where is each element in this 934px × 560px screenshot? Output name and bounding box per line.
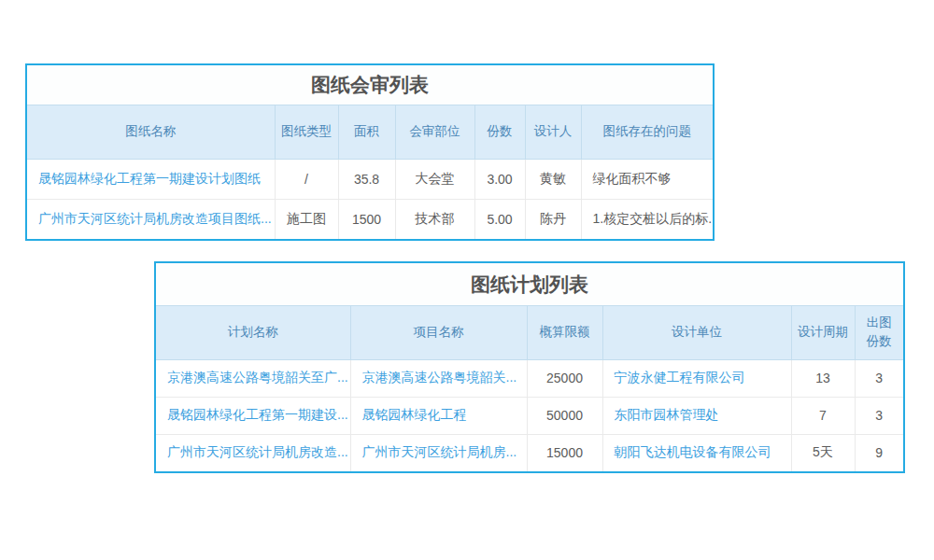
cycle-cell: 5天	[791, 434, 855, 471]
copies-cell: 5.00	[474, 199, 525, 239]
col-copies: 份数	[474, 105, 525, 159]
print-copies-cell: 3	[855, 397, 903, 434]
drawing-type-cell: /	[275, 159, 338, 199]
drawing-plan-table: 计划名称 项目名称 概算限额 设计单位 设计周期 出图份数 京港澳高速公路粤境韶…	[156, 306, 903, 471]
plan-name-cell: 晟铭园林绿化工程第一期建设...	[156, 397, 350, 434]
drawing-plan-panel: 图纸计划列表 计划名称 项目名称 概算限额 设计单位 设计周期 出图份数 京港澳…	[154, 261, 905, 473]
drawing-plan-title: 图纸计划列表	[156, 263, 903, 306]
plan-name-cell: 京港澳高速公路粤境韶关至广...	[156, 359, 350, 397]
drawing-name-link[interactable]: 晟铭园林绿化工程第一期建设计划图纸	[38, 171, 261, 186]
review-header-row: 图纸名称 图纸类型 面积 会审部位 份数 设计人 图纸存在的问题	[27, 105, 713, 159]
col-design-unit: 设计单位	[602, 306, 791, 359]
area-cell: 1500	[338, 199, 395, 239]
budget-cell: 50000	[527, 397, 602, 434]
project-name-link[interactable]: 京港澳高速公路粤境韶关...	[362, 370, 517, 385]
area-cell: 35.8	[338, 159, 395, 199]
project-name-link[interactable]: 广州市天河区统计局机房...	[362, 444, 517, 459]
col-design-cycle: 设计周期	[791, 306, 855, 359]
col-drawing-issues: 图纸存在的问题	[581, 105, 713, 159]
review-location-cell: 大会堂	[395, 159, 474, 199]
col-budget-limit: 概算限额	[527, 306, 602, 359]
design-unit-link[interactable]: 宁波永健工程有限公司	[615, 370, 745, 385]
cycle-cell: 7	[791, 397, 855, 434]
col-drawing-type: 图纸类型	[275, 105, 338, 159]
drawing-type-cell: 施工图	[275, 199, 338, 239]
designer-cell: 黄敏	[525, 159, 581, 199]
table-row: 京港澳高速公路粤境韶关至广... 京港澳高速公路粤境韶关... 25000 宁波…	[156, 359, 903, 397]
drawing-name-cell: 晟铭园林绿化工程第一期建设计划图纸	[27, 159, 275, 199]
print-copies-cell: 9	[855, 434, 903, 471]
col-drawing-name: 图纸名称	[27, 105, 275, 159]
budget-cell: 15000	[527, 434, 602, 471]
col-project-name: 项目名称	[350, 306, 527, 359]
plan-header-row: 计划名称 项目名称 概算限额 设计单位 设计周期 出图份数	[156, 306, 903, 359]
plan-name-link[interactable]: 晟铭园林绿化工程第一期建设...	[167, 407, 348, 422]
table-row: 晟铭园林绿化工程第一期建设计划图纸 / 35.8 大会堂 3.00 黄敏 绿化面…	[27, 159, 713, 199]
plan-name-link[interactable]: 京港澳高速公路粤境韶关至广...	[167, 370, 348, 385]
design-unit-cell: 宁波永健工程有限公司	[602, 359, 791, 397]
plan-name-link[interactable]: 广州市天河区统计局机房改造...	[167, 444, 348, 459]
drawing-review-panel: 图纸会审列表 图纸名称 图纸类型 面积 会审部位 份数 设计人 图纸存在的问题 …	[25, 63, 715, 241]
table-row: 广州市天河区统计局机房改造... 广州市天河区统计局机房... 15000 朝阳…	[156, 434, 903, 471]
drawing-review-table: 图纸名称 图纸类型 面积 会审部位 份数 设计人 图纸存在的问题 晟铭园林绿化工…	[27, 105, 713, 239]
cycle-cell: 13	[791, 359, 855, 397]
designer-cell: 陈丹	[525, 199, 581, 239]
col-review-location: 会审部位	[395, 105, 474, 159]
design-unit-link[interactable]: 东阳市园林管理处	[615, 407, 719, 422]
design-unit-cell: 东阳市园林管理处	[602, 397, 791, 434]
project-name-cell: 京港澳高速公路粤境韶关...	[350, 359, 527, 397]
col-designer: 设计人	[525, 105, 581, 159]
drawing-review-title: 图纸会审列表	[27, 65, 713, 105]
project-name-link[interactable]: 晟铭园林绿化工程	[362, 407, 467, 422]
plan-name-cell: 广州市天河区统计局机房改造...	[156, 434, 350, 471]
col-print-copies: 出图份数	[855, 306, 903, 359]
budget-cell: 25000	[527, 359, 602, 397]
table-row: 晟铭园林绿化工程第一期建设... 晟铭园林绿化工程 50000 东阳市园林管理处…	[156, 397, 903, 434]
project-name-cell: 广州市天河区统计局机房...	[350, 434, 527, 471]
design-unit-link[interactable]: 朝阳飞达机电设备有限公司	[615, 444, 771, 459]
drawing-name-link[interactable]: 广州市天河区统计局机房改造项目图纸...	[38, 211, 272, 226]
design-unit-cell: 朝阳飞达机电设备有限公司	[602, 434, 791, 471]
issues-cell: 绿化面积不够	[581, 159, 713, 199]
print-copies-cell: 3	[855, 359, 903, 397]
drawing-name-cell: 广州市天河区统计局机房改造项目图纸...	[27, 199, 275, 239]
project-name-cell: 晟铭园林绿化工程	[350, 397, 527, 434]
col-plan-name: 计划名称	[156, 306, 350, 359]
review-location-cell: 技术部	[395, 199, 474, 239]
col-area: 面积	[338, 105, 395, 159]
issues-cell: 1.核定交桩以后的标.	[581, 199, 713, 239]
copies-cell: 3.00	[474, 159, 525, 199]
table-row: 广州市天河区统计局机房改造项目图纸... 施工图 1500 技术部 5.00 陈…	[27, 199, 713, 239]
